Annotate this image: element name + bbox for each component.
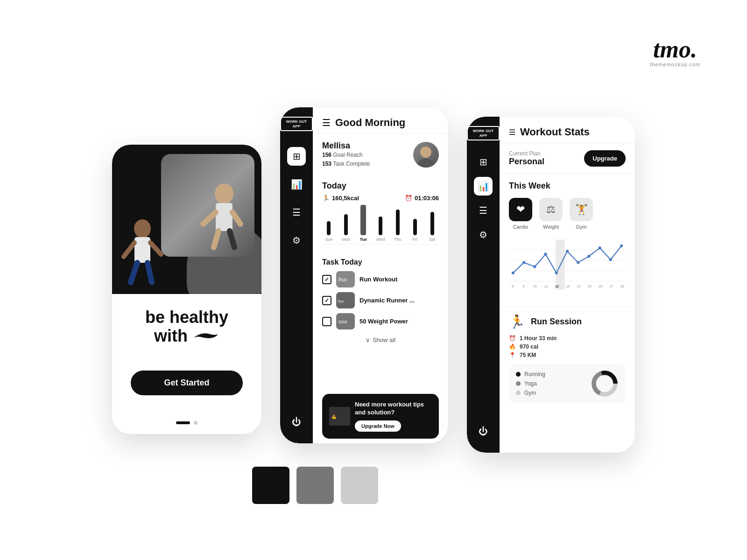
category-gym[interactable]: 🏋 Gym (570, 198, 593, 230)
today-header: Today (322, 181, 439, 191)
sidebar-icon-power[interactable]: ⏻ (287, 413, 306, 431)
svg-text:16: 16 (599, 285, 602, 288)
svg-text:13: 13 (566, 285, 570, 288)
label-mon: Mon (342, 237, 351, 242)
bar-sat (430, 212, 434, 235)
donut-chart-svg (591, 370, 619, 398)
checkbox-weight[interactable] (322, 317, 331, 326)
svg-text:Run: Run (338, 277, 347, 282)
svg-point-6 (134, 219, 151, 238)
bar-fri (413, 219, 417, 235)
label-tue: Tue (359, 237, 366, 242)
stats-header: ☰ Workout Stats (500, 117, 635, 143)
get-started-button[interactable]: Get Started (131, 371, 243, 395)
svg-line-3 (233, 212, 240, 224)
swatch-black (252, 467, 289, 504)
avatar-image (413, 142, 439, 168)
stats-title: Workout Stats (520, 126, 590, 138)
workout-main-content: ☰ Good Morning Mellisa 156 Goal Reach 15… (313, 107, 448, 443)
swatch-light (341, 467, 378, 504)
sidebar-icon-settings[interactable]: ⚙ (287, 231, 306, 250)
weight-label: Weight (543, 224, 559, 230)
gym-icon: 🏋 (570, 198, 593, 221)
upgrade-now-button[interactable]: Upgrade Now (355, 420, 401, 432)
task-name-dynamic: Dynamic Runner ... (359, 297, 415, 304)
clock-icon-run: ⏰ (509, 335, 516, 342)
tmo-brand-text: tmo. (650, 37, 700, 62)
svg-line-11 (148, 263, 152, 282)
stats-sidebar-stats[interactable]: 📊 (474, 177, 493, 196)
time-info: ⏰ 01:03:06 (405, 195, 439, 202)
svg-point-33 (577, 261, 579, 264)
plan-name: Personal (509, 157, 544, 167)
kcal-info: 🏃 160,5kcal (322, 195, 359, 202)
today-meta: 🏃 160,5kcal ⏰ 01:03:06 (322, 195, 439, 202)
svg-text:9: 9 (522, 285, 524, 288)
label-sun: Sun (325, 237, 332, 242)
task-run-workout[interactable]: Run Run Workout (322, 271, 439, 287)
chart-bar-tue[interactable]: Tue (357, 205, 370, 242)
run-duration: ⏰ 1 Hour 33 min (509, 335, 626, 342)
main-container: tmo. thememockup.com (0, 0, 747, 560)
label-thu: Thu (394, 237, 402, 242)
task-dynamic-runner[interactable]: Dyn Dynamic Runner ... (322, 292, 439, 308)
chart-bar-fri: Fri (408, 219, 422, 242)
banner-image: 💪 (329, 407, 350, 426)
svg-line-5 (230, 231, 234, 247)
svg-line-8 (124, 243, 134, 257)
sidebar-icon-stats[interactable]: 📊 (287, 175, 306, 194)
category-cardio[interactable]: ❤ Cardio (509, 198, 532, 230)
stats-hamburger-icon[interactable]: ☰ (509, 128, 515, 137)
user-info: Mellisa 156 Goal Reach 153 Task Complete (322, 141, 370, 168)
phone-workout: WORK OUT APP ⊞ 📊 ☰ ⚙ ⏻ ☰ Good Morning Me… (280, 107, 448, 443)
stats-sidebar-list[interactable]: ☰ (474, 201, 493, 220)
run-session-header: 🏃 Run Session (509, 314, 626, 329)
current-plan-section: Current Plan Personal Upgrade (500, 143, 635, 174)
chart-bar-sat: Sat (425, 212, 439, 242)
plan-info: Current Plan Personal (509, 150, 544, 167)
svg-text:14: 14 (577, 285, 581, 288)
dot-gym (516, 391, 521, 395)
svg-text:Dyn: Dyn (338, 299, 344, 303)
user-name: Mellisa (322, 141, 370, 151)
category-weight[interactable]: ⚖ Weight (539, 198, 563, 230)
this-week-title: This Week (509, 181, 626, 191)
sidebar-icon-dashboard[interactable]: ⊞ (287, 147, 306, 166)
task-weight-power[interactable]: 50W 50 Weight Power (322, 313, 439, 329)
tagline-line1: be healthy (145, 308, 228, 327)
show-all-button[interactable]: ∨ Show all (322, 334, 439, 346)
hamburger-icon[interactable]: ☰ (322, 117, 331, 128)
svg-text:11: 11 (544, 285, 548, 288)
dot-yoga (516, 381, 521, 386)
svg-point-31 (555, 272, 558, 274)
kcal-value: 160,5kcal (332, 195, 359, 202)
svg-text:18: 18 (620, 285, 624, 288)
stats-header-left: ☰ Workout Stats (509, 126, 590, 138)
stats-sidebar-power[interactable]: ⏻ (474, 422, 493, 441)
stats-sidebar-dashboard[interactable]: ⊞ (474, 153, 493, 171)
checkbox-run[interactable] (322, 275, 331, 284)
stats-sidebar-settings[interactable]: ⚙ (474, 225, 493, 244)
cardio-label: Cardio (513, 224, 528, 230)
chart-bar-wed: Wed (374, 217, 388, 242)
stats-main-content: ☰ Workout Stats Current Plan Personal Up… (500, 117, 635, 453)
sidebar-icon-list[interactable]: ☰ (287, 203, 306, 222)
today-title: Today (322, 181, 346, 191)
svg-text:💪: 💪 (331, 414, 337, 420)
plan-upgrade-button[interactable]: Upgrade (584, 150, 626, 167)
svg-text:10: 10 (533, 285, 537, 288)
run-distance: 📍 75 KM (509, 352, 626, 358)
svg-point-12 (420, 147, 431, 158)
duration-value: 01:03:06 (415, 195, 439, 202)
legend-running: Running (516, 371, 545, 378)
legend-yoga: Yoga (516, 380, 545, 387)
svg-text:8: 8 (512, 285, 514, 288)
svg-text:17: 17 (609, 285, 613, 288)
swatch-gray (296, 467, 334, 504)
tmo-url: thememockup.com (650, 62, 700, 67)
svg-point-34 (587, 255, 590, 258)
label-yoga: Yoga (524, 380, 537, 387)
checkbox-dynamic[interactable] (322, 296, 331, 305)
svg-point-35 (599, 246, 601, 249)
svg-text:50W: 50W (338, 320, 347, 324)
